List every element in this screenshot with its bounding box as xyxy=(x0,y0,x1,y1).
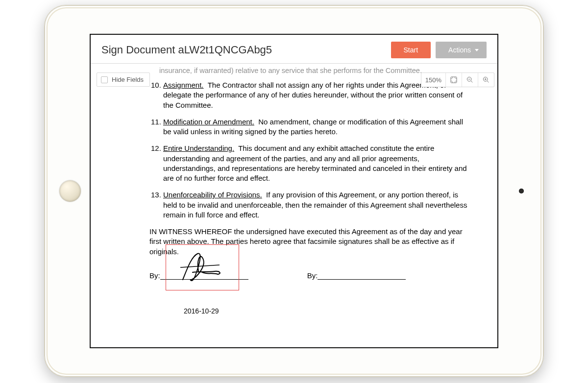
ipad-home-button[interactable] xyxy=(59,180,81,202)
signature-field[interactable] xyxy=(166,244,239,290)
signature-block-1: By: xyxy=(149,271,248,280)
page-title: Sign Document aLW2t1QNCGAbg5 xyxy=(101,44,272,56)
clause-heading: Unenforceability of Provisions. xyxy=(163,191,262,199)
clause-heading: Assignment. xyxy=(163,81,204,89)
ipad-camera xyxy=(519,189,524,193)
checkbox-icon xyxy=(101,76,108,83)
fullscreen-icon xyxy=(450,76,458,84)
zoom-out-button[interactable] xyxy=(462,73,478,87)
zoom-toolbar: 150% xyxy=(421,72,494,87)
start-button[interactable]: Start xyxy=(391,42,431,58)
by-label-1: By: xyxy=(149,271,160,280)
zoom-out-icon xyxy=(466,76,474,84)
start-button-label: Start xyxy=(404,46,418,54)
fullscreen-button[interactable] xyxy=(445,73,462,87)
zoom-level-display: 150% xyxy=(421,73,445,87)
svg-rect-0 xyxy=(451,77,457,83)
header-actions: Start Actions xyxy=(391,42,487,58)
by-label-2: By: xyxy=(307,271,318,280)
zoom-in-button[interactable] xyxy=(478,73,494,87)
actions-button-label: Actions xyxy=(448,46,471,54)
signature-row: By: By: xyxy=(149,271,478,280)
hide-fields-toggle[interactable]: Hide Fields xyxy=(97,72,150,87)
clause-modification: Modification or Amendment. No amendment,… xyxy=(163,117,478,137)
actions-dropdown-button[interactable]: Actions xyxy=(436,42,487,58)
clause-entire-understanding: Entire Understanding. This document and … xyxy=(163,144,478,183)
clause-body: The Contractor shall not assign any of h… xyxy=(163,81,463,109)
clause-heading: Modification or Amendment. xyxy=(163,118,254,126)
app-screen: Sign Document aLW2t1QNCGAbg5 Start Actio… xyxy=(90,34,498,348)
signature-block-2: By: xyxy=(307,271,406,280)
signature-line-2[interactable] xyxy=(318,272,406,280)
app-header: Sign Document aLW2t1QNCGAbg5 Start Actio… xyxy=(91,35,497,65)
clauses-list: Assignment. The Contractor shall not ass… xyxy=(149,80,478,220)
signature-date: 2016-10-29 xyxy=(184,307,478,315)
ipad-frame: Sign Document aLW2t1QNCGAbg5 Start Actio… xyxy=(44,5,544,377)
zoom-in-icon xyxy=(482,76,490,84)
clause-unenforceability: Unenforceability of Provisions. If any p… xyxy=(163,190,478,220)
document-viewport[interactable]: insurance, if warranted) relative to any… xyxy=(91,63,497,347)
signature-icon xyxy=(173,248,232,287)
hide-fields-label: Hide Fields xyxy=(112,76,144,83)
clause-heading: Entire Understanding. xyxy=(163,144,234,152)
chevron-down-icon xyxy=(475,49,479,51)
